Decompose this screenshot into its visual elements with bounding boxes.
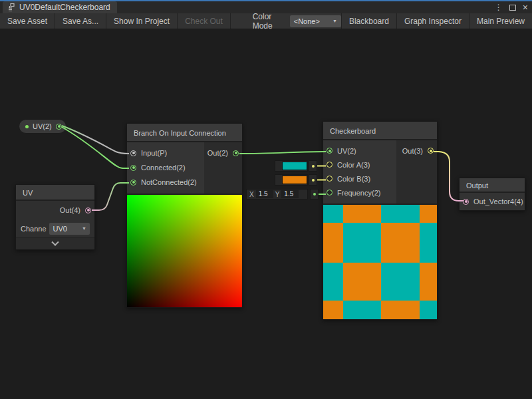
frequency-field: X 1.5 Y 1.5 xyxy=(246,189,308,200)
node-checkerboard[interactable]: Checkerboard UV(2) Color A(3) Color B(3)… xyxy=(323,121,438,320)
port-row-input-p: Input(P) xyxy=(127,146,204,160)
checker-cell xyxy=(323,205,343,223)
port-row-color-b: Color B(3) xyxy=(323,172,396,186)
connector-dot xyxy=(312,179,315,182)
checker-cell xyxy=(420,263,437,301)
checker-cell xyxy=(343,205,381,223)
channel-label: Channe xyxy=(21,225,47,233)
connector-dot xyxy=(312,165,315,168)
preview-state-dot xyxy=(25,125,29,128)
node-title: UV xyxy=(16,185,94,201)
pill-label: UV(2) xyxy=(33,122,52,130)
save-asset-button[interactable]: Save Asset xyxy=(0,13,55,29)
main-preview-toggle-button[interactable]: Main Preview xyxy=(469,13,532,29)
channel-row: Channe UV0 ▼ xyxy=(16,219,94,237)
port-row-notconnected: NotConnected(2) xyxy=(127,175,204,190)
color-b-swatch[interactable] xyxy=(282,176,307,184)
checker-cell xyxy=(381,205,420,223)
port-color-a[interactable] xyxy=(327,162,332,168)
frequency-y-input[interactable]: 1.5 xyxy=(281,190,299,198)
frequency-y-label: Y xyxy=(275,191,280,198)
check-out-button: Check Out xyxy=(178,13,231,29)
checker-cell xyxy=(381,301,420,319)
port-out-vector4[interactable] xyxy=(463,199,469,205)
color-a-connector xyxy=(309,160,317,172)
color-a-swatch[interactable] xyxy=(282,162,307,170)
frequency-connector xyxy=(310,189,319,200)
tab-title: UV0DefaultCheckerboard xyxy=(19,3,110,12)
port-row-frequency: Frequency(2) xyxy=(323,186,396,200)
port-row-out-vector4: Out_Vector4(4) xyxy=(460,193,525,210)
color-b-field[interactable] xyxy=(275,174,308,186)
color-mode-dropdown[interactable]: <None> ▼ xyxy=(290,15,341,27)
port-connected[interactable] xyxy=(130,165,136,171)
graph-inspector-toggle-button[interactable]: Graph Inspector xyxy=(396,13,469,29)
chevron-down-icon xyxy=(51,238,59,245)
checker-cell xyxy=(420,301,437,319)
node-branch-on-input-connection[interactable]: Branch On Input Connection Input(P) Conn… xyxy=(126,123,243,308)
toolbar-spacer xyxy=(231,13,247,29)
checker-cell xyxy=(323,223,343,263)
connector-dot xyxy=(313,193,316,196)
port-row-out4: Out(4) xyxy=(16,201,94,219)
save-as-button[interactable]: Save As... xyxy=(55,13,106,29)
port-out4[interactable] xyxy=(85,207,91,213)
checker-cell xyxy=(420,205,437,223)
port-uv2-out[interactable] xyxy=(56,124,62,130)
node-title: Branch On Input Connection xyxy=(127,124,242,142)
port-row-out2: Out(2) xyxy=(204,146,242,160)
port-frequency[interactable] xyxy=(327,190,332,196)
checker-cell xyxy=(381,263,420,301)
port-row-out3: Out(3) xyxy=(396,144,437,158)
window-close-icon[interactable]: × xyxy=(523,1,528,13)
toolbar: Save Asset Save As... Show In Project Ch… xyxy=(0,13,532,29)
checker-cell xyxy=(343,301,381,319)
checker-cell xyxy=(381,223,420,263)
checkerboard-node-preview xyxy=(323,203,437,319)
channel-dropdown[interactable]: UV0 ▼ xyxy=(49,223,90,235)
chevron-down-icon: ▼ xyxy=(82,226,86,231)
color-mode-value: <None> xyxy=(294,17,320,25)
node-uv2-pill[interactable]: UV(2) xyxy=(19,119,66,134)
color-mode-label: Color Mode xyxy=(247,13,290,29)
checker-cell xyxy=(323,263,343,301)
port-out3[interactable] xyxy=(428,148,434,154)
chevron-down-icon: ▼ xyxy=(332,19,337,23)
window-maximize-icon[interactable] xyxy=(509,5,516,11)
blackboard-toggle-button[interactable]: Blackboard xyxy=(341,13,396,29)
color-a-field[interactable] xyxy=(275,160,308,172)
node-output[interactable]: Output Out_Vector4(4) xyxy=(459,178,525,211)
branch-node-preview xyxy=(127,194,242,307)
tab-shader-graph[interactable]: UV0DefaultCheckerboard xyxy=(3,1,117,13)
node-uv[interactable]: UV Out(4) Channe UV0 ▼ xyxy=(15,184,95,250)
checker-cell xyxy=(343,223,381,263)
port-notconnected[interactable] xyxy=(130,180,136,186)
port-cb-uv[interactable] xyxy=(327,148,332,154)
checker-cell xyxy=(420,223,437,263)
port-out2[interactable] xyxy=(233,150,239,156)
port-row-connected: Connected(2) xyxy=(127,160,204,175)
checker-cell xyxy=(343,263,381,301)
window-menu-icon[interactable]: ⋮ xyxy=(495,1,503,13)
node-title: Checkerboard xyxy=(323,122,437,140)
color-b-connector xyxy=(309,174,317,186)
port-input-p[interactable] xyxy=(130,150,136,156)
checker-cell xyxy=(323,301,343,319)
port-row-uv2: UV(2) xyxy=(323,144,396,158)
shader-graph-icon xyxy=(8,3,16,11)
port-row-color-a: Color A(3) xyxy=(323,158,396,172)
port-color-b[interactable] xyxy=(327,176,332,182)
frequency-x-input[interactable]: 1.5 xyxy=(256,190,273,198)
node-title: Output xyxy=(460,178,525,193)
frequency-x-label: X xyxy=(249,191,254,198)
channel-value: UV0 xyxy=(53,225,67,233)
collapse-control[interactable] xyxy=(16,237,94,249)
show-in-project-button[interactable]: Show In Project xyxy=(106,13,178,29)
